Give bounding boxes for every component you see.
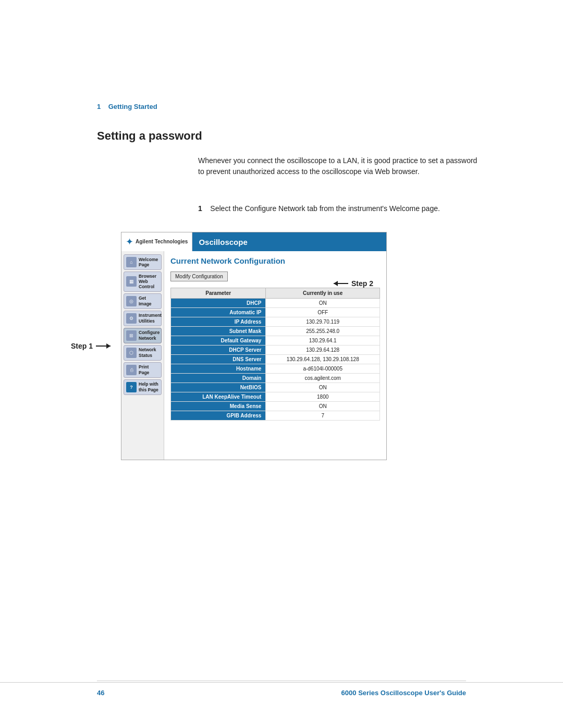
table-row: DHCP Server130.29.64.128 xyxy=(171,346,380,355)
nav-label-welcome: Welcome Page xyxy=(139,257,159,267)
configure-icon: ⊞ xyxy=(126,330,137,341)
table-cell-value: 130.29.64.1 xyxy=(266,336,380,346)
print-icon: ⎙ xyxy=(126,365,137,375)
book-title: 6000 Series Oscilloscope User's Guide xyxy=(341,689,466,697)
nav-label-browser: Browser Web Control xyxy=(139,274,159,290)
step1-text-content: Select the Configure Network tab from th… xyxy=(210,204,440,213)
nav-item-get-image[interactable]: ◎ Get Image xyxy=(124,293,162,309)
table-cell-param: Default Gateway xyxy=(171,336,266,346)
step1-number: 1 xyxy=(198,204,202,213)
table-cell-param: DHCP xyxy=(171,299,266,308)
network-icon: ⬡ xyxy=(126,348,137,358)
nav-item-browser-control[interactable]: ▦ Browser Web Control xyxy=(124,272,162,292)
table-row: Automatic IPOFF xyxy=(171,308,380,317)
nav-item-instrument-utilities[interactable]: ⚙ Instrument Utilities xyxy=(124,311,162,326)
table-cell-param: DNS Server xyxy=(171,355,266,364)
breadcrumb-number: 1 xyxy=(97,103,101,110)
table-row: DHCPON xyxy=(171,299,380,308)
agilent-star-icon: ✦ xyxy=(126,236,133,248)
table-cell-param: Subnet Mask xyxy=(171,327,266,336)
table-cell-param: Hostname xyxy=(171,364,266,374)
table-row: NetBIOSON xyxy=(171,383,380,392)
modify-configuration-button[interactable]: Modify Configuration xyxy=(170,272,228,281)
step1-instruction: 1 Select the Configure Network tab from … xyxy=(198,203,480,214)
table-cell-param: DHCP Server xyxy=(171,346,266,355)
table-row: Domaincos.agilent.com xyxy=(171,374,380,383)
table-cell-value: cos.agilent.com xyxy=(266,374,380,383)
section-title: Setting a password xyxy=(97,129,202,143)
table-cell-value: ON xyxy=(266,299,380,308)
table-cell-value: OFF xyxy=(266,308,380,317)
table-cell-value: 1800 xyxy=(266,392,380,402)
nav-label-configure: Configure Network xyxy=(139,330,160,340)
step1-arrow-icon xyxy=(96,346,111,347)
browser-icon: ▦ xyxy=(126,276,137,287)
table-cell-value: ON xyxy=(266,402,380,411)
step2-annotation: Step 2 xyxy=(334,279,373,288)
nav-label-image: Get Image xyxy=(139,295,159,306)
table-row: GPIB Address7 xyxy=(171,411,380,421)
table-row: IP Address130.29.70.119 xyxy=(171,317,380,327)
footer-divider xyxy=(97,681,466,681)
nav-item-help[interactable]: ? Help with this Page xyxy=(124,379,162,395)
breadcrumb: 1 Getting Started xyxy=(97,103,157,110)
browser-nav: ⌂ Welcome Page ▦ Browser Web Control ◎ G… xyxy=(121,251,164,460)
table-cell-value: a-d6104l-000005 xyxy=(266,364,380,374)
table-cell-param: IP Address xyxy=(171,317,266,327)
table-cell-param: NetBIOS xyxy=(171,383,266,392)
step2-arrow-icon xyxy=(334,283,348,284)
table-cell-param: Domain xyxy=(171,374,266,383)
step1-annotation: Step 1 xyxy=(71,342,111,350)
nav-item-print[interactable]: ⎙ Print Page xyxy=(124,362,162,378)
network-config-table: Parameter Currently in use DHCPONAutomat… xyxy=(170,288,380,421)
nav-label-network: Network Status xyxy=(139,347,159,357)
agilent-logo-text: Agilent Technologies xyxy=(136,239,188,245)
browser-mockup: ✦ Agilent Technologies Oscilloscope ⌂ We… xyxy=(121,232,387,460)
table-row: Media SenseON xyxy=(171,402,380,411)
table-row: Default Gateway130.29.64.1 xyxy=(171,336,380,346)
table-cell-value: 255.255.248.0 xyxy=(266,327,380,336)
table-cell-value: ON xyxy=(266,383,380,392)
table-header-parameter: Parameter xyxy=(171,288,266,299)
table-header-value: Currently in use xyxy=(266,288,380,299)
browser-title-bar: Oscilloscope xyxy=(192,232,386,251)
table-cell-value: 7 xyxy=(266,411,380,421)
breadcrumb-label: Getting Started xyxy=(108,103,157,110)
table-cell-value: 130.29.70.119 xyxy=(266,317,380,327)
step2-label-text: Step 2 xyxy=(351,279,373,288)
nav-item-welcome[interactable]: ⌂ Welcome Page xyxy=(124,254,162,270)
nav-item-network-status[interactable]: ⬡ Network Status xyxy=(124,345,162,361)
nav-label-help: Help with this Page xyxy=(139,381,159,392)
browser-logo: ✦ Agilent Technologies xyxy=(121,232,192,251)
browser-header: ✦ Agilent Technologies Oscilloscope xyxy=(121,232,386,251)
table-row: Subnet Mask255.255.248.0 xyxy=(171,327,380,336)
table-cell-param: LAN KeepAlive Timeout xyxy=(171,392,266,402)
help-icon: ? xyxy=(126,382,137,392)
table-cell-value: 130.29.64.128, 130.29.108.128 xyxy=(266,355,380,364)
table-cell-param: GPIB Address xyxy=(171,411,266,421)
utilities-icon: ⚙ xyxy=(126,313,137,324)
table-row: Hostnamea-d6104l-000005 xyxy=(171,364,380,374)
page-footer: 46 6000 Series Oscilloscope User's Guide xyxy=(0,682,563,697)
nav-item-configure-network[interactable]: ⊞ Configure Network xyxy=(124,328,162,343)
table-row: LAN KeepAlive Timeout1800 xyxy=(171,392,380,402)
page-number: 46 xyxy=(97,689,104,697)
table-row: DNS Server130.29.64.128, 130.29.108.128 xyxy=(171,355,380,364)
table-cell-param: Media Sense xyxy=(171,402,266,411)
nav-label-print: Print Page xyxy=(139,364,159,375)
table-cell-param: Automatic IP xyxy=(171,308,266,317)
intro-text: Whenever you connect the oscilloscope to… xyxy=(198,155,480,177)
home-icon: ⌂ xyxy=(126,257,137,267)
table-cell-value: 130.29.64.128 xyxy=(266,346,380,355)
browser-title: Oscilloscope xyxy=(199,238,247,246)
nav-label-utilities: Instrument Utilities xyxy=(139,313,162,323)
network-config-title: Current Network Configuration xyxy=(170,256,380,265)
image-icon: ◎ xyxy=(126,296,137,306)
step1-label-text: Step 1 xyxy=(71,342,93,350)
